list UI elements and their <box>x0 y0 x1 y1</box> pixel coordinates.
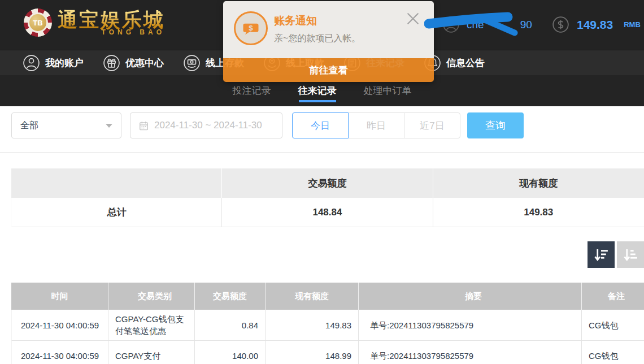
table-row: 2024-11-30 04:00:59 CGPAY支付 140.00 148.9… <box>11 341 644 364</box>
calendar-icon <box>138 120 149 131</box>
close-icon[interactable] <box>404 10 421 27</box>
user-avatar-icon <box>442 16 460 33</box>
cell-balance: 148.99 <box>266 341 359 364</box>
user-icon <box>23 54 40 72</box>
dollar-coin-icon <box>552 16 569 33</box>
cell-time: 2024-11-30 04:00:59 <box>11 310 108 341</box>
cell-time: 2024-11-30 04:00:59 <box>11 341 108 364</box>
header-type: 交易类别 <box>108 283 195 310</box>
sort-descending-icon <box>593 246 610 263</box>
wallet-balance[interactable]: 149.83 RMB <box>552 16 641 33</box>
sort-ascending-button[interactable] <box>617 241 644 268</box>
query-button[interactable]: 查询 <box>467 112 524 138</box>
notification-popup: $ 账务通知 亲~您的款项已入帐。 前往查看 <box>223 1 434 82</box>
header-balance: 现有额度 <box>266 283 359 310</box>
deposit-icon <box>183 54 201 72</box>
summary-header-transaction: 交易额度 <box>222 168 433 198</box>
yesterday-button[interactable]: 昨日 <box>348 112 404 138</box>
gift-icon <box>103 54 120 72</box>
cell-remark: CG钱包 <box>582 310 644 341</box>
summary-total-label: 总计 <box>11 198 222 227</box>
transactions-table: 时间 交易类别 交易额度 现有额度 摘要 备注 2024-11-30 04:00… <box>11 283 644 364</box>
balance-currency: RMB <box>624 20 641 29</box>
go-view-button[interactable]: 前往查看 <box>223 58 434 82</box>
chip-label: TB <box>29 14 46 31</box>
date-range-input[interactable]: 2024-11-30 ~ 2024-11-30 <box>130 112 282 138</box>
balance-amount: 149.83 <box>577 18 613 32</box>
brand-name-en: TONG BAO <box>102 28 165 36</box>
nav-item-promotions[interactable]: 优惠中心 <box>103 54 164 72</box>
page: TB 通宝娱乐城 TONG BAO che90 149.83 RMB <box>0 0 644 364</box>
summary-table: 交易额度 现有额度 总计 148.84 149.83 <box>11 168 644 227</box>
user-account[interactable]: che90 <box>442 16 532 33</box>
last7days-button[interactable]: 近7日 <box>404 112 460 138</box>
cell-amount: 140.00 <box>195 341 266 364</box>
summary-header-empty <box>11 168 222 198</box>
header-remark: 备注 <box>582 283 644 310</box>
popup-message: 亲~您的款项已入帐。 <box>274 33 360 45</box>
casino-chip-icon: TB <box>24 8 52 37</box>
cell-summary: 单号:202411303795825579 <box>359 341 582 364</box>
summary-header-balance: 现有额度 <box>433 168 644 198</box>
header-amount: 交易额度 <box>195 283 266 310</box>
sort-descending-button[interactable] <box>588 241 615 268</box>
category-select[interactable]: 全部 <box>11 112 121 138</box>
date-range-value: 2024-11-30 ~ 2024-11-30 <box>154 120 262 131</box>
summary-balance-total: 149.83 <box>433 198 644 227</box>
cell-type: CGPAY-CG钱包支付笔笔送优惠 <box>108 310 195 341</box>
table-row: 2024-11-30 04:00:59 CGPAY-CG钱包支付笔笔送优惠 0.… <box>11 310 644 341</box>
svg-text:$: $ <box>249 24 253 32</box>
sort-ascending-icon <box>622 246 639 263</box>
finance-notice-icon: $ <box>234 11 268 45</box>
brand-logo[interactable]: TB 通宝娱乐城 TONG BAO <box>24 8 165 37</box>
cell-type: CGPAY支付 <box>108 341 195 364</box>
quick-date-group: 今日 昨日 近7日 <box>292 112 460 138</box>
chevron-down-icon <box>106 124 112 128</box>
header-time: 时间 <box>11 283 108 310</box>
popup-title: 账务通知 <box>274 14 317 28</box>
cell-summary: 单号:202411303795825579 <box>359 310 582 341</box>
cell-amount: 0.84 <box>195 310 266 341</box>
section-divider <box>0 152 644 153</box>
username: che90 <box>467 19 532 31</box>
cell-balance: 149.83 <box>266 310 359 341</box>
nav-item-my-account[interactable]: 我的账户 <box>23 54 84 72</box>
header-summary: 摘要 <box>359 283 582 310</box>
cell-remark: CG钱包 <box>582 341 644 364</box>
brand-name-cn: 通宝娱乐城 <box>58 9 165 31</box>
summary-transaction-total: 148.84 <box>222 198 433 227</box>
today-button[interactable]: 今日 <box>292 112 349 138</box>
category-selected-value: 全部 <box>20 120 38 132</box>
table-header-row: 时间 交易类别 交易额度 现有额度 摘要 备注 <box>11 283 644 310</box>
